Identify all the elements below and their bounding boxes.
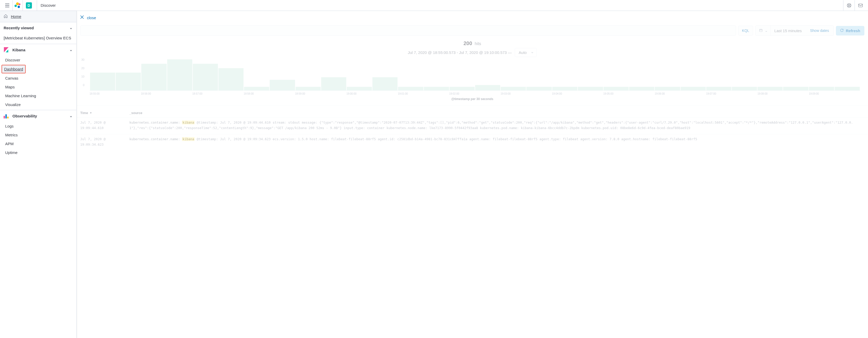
nav-section-recent[interactable]: Recently viewed ⌄ xyxy=(0,22,76,33)
table-row[interactable]: Jul 7, 2020 @ 19:09:34.623kubernetes.con… xyxy=(76,134,868,150)
cell-source: kubernetes.container.name: kibana @times… xyxy=(129,136,864,147)
refresh-icon xyxy=(840,29,844,33)
time-range-value: Jul 7, 2020 @ 18:55:00.573 - Jul 7, 2020… xyxy=(408,50,512,55)
cell-time: Jul 7, 2020 @ 19:09:34.623 xyxy=(80,136,129,147)
chart-bar[interactable] xyxy=(321,77,346,90)
nav-home-label: Home xyxy=(11,14,21,19)
chart-bar[interactable] xyxy=(655,87,680,90)
search-input[interactable] xyxy=(80,25,736,36)
chart-bar[interactable] xyxy=(90,73,115,90)
chart-bar[interactable] xyxy=(244,87,269,90)
column-header-time[interactable]: Time ▼ xyxy=(80,111,129,115)
chart-bar[interactable] xyxy=(835,87,860,90)
chart-bar[interactable] xyxy=(116,73,141,90)
app-badge: D xyxy=(26,2,32,8)
newsfeed-icon[interactable] xyxy=(855,0,866,11)
chart-bar[interactable] xyxy=(218,68,244,90)
nav-home[interactable]: Home xyxy=(0,11,76,22)
chevron-down-icon: ⌄ xyxy=(69,114,73,118)
refresh-button[interactable]: Refresh xyxy=(836,26,864,35)
recent-item-metricbeat-k8s[interactable]: [Metricbeat Kubernetes] Overview ECS xyxy=(0,33,76,43)
chevron-down-icon: ⌄ xyxy=(69,25,73,30)
elastic-logo[interactable] xyxy=(12,0,23,11)
close-drawer-icon[interactable] xyxy=(80,15,84,20)
chart-bar[interactable] xyxy=(450,87,475,90)
nav-item-apm[interactable]: APM xyxy=(2,139,75,148)
cell-source: kubernetes.container.name: kibana @times… xyxy=(129,120,864,131)
chart-bar[interactable] xyxy=(398,87,423,90)
chart-bar[interactable] xyxy=(526,87,552,90)
chart-bar[interactable] xyxy=(757,87,783,90)
app-name: Discover xyxy=(37,3,59,7)
help-icon[interactable] xyxy=(843,0,855,11)
chart-bar[interactable] xyxy=(552,87,577,90)
nav-section-kibana[interactable]: Kibana ⌄ xyxy=(0,44,76,55)
chart-bar[interactable] xyxy=(732,87,757,90)
cell-time: Jul 7, 2020 @ 19:09:44.610 xyxy=(80,120,129,131)
nav-item-uptime[interactable]: Uptime xyxy=(2,148,75,157)
chart-bar[interactable] xyxy=(706,87,731,90)
svg-rect-2 xyxy=(859,4,862,7)
query-bar: KQL ⌄ Last 15 minutes Show dates Refresh xyxy=(76,24,868,38)
hits-count: 200 xyxy=(464,40,472,46)
chart-bar[interactable] xyxy=(424,87,449,90)
show-dates-link[interactable]: Show dates xyxy=(806,29,833,33)
table-row[interactable]: Jul 7, 2020 @ 19:09:44.610kubernetes.con… xyxy=(76,117,868,134)
chart-bar[interactable] xyxy=(603,87,629,90)
svg-rect-3 xyxy=(760,29,763,31)
menu-hamburger-button[interactable] xyxy=(2,0,12,11)
chart-bar[interactable] xyxy=(193,64,218,90)
highlight-dashboard: Dashboard xyxy=(2,65,26,73)
nav-item-metrics[interactable]: Metrics xyxy=(2,131,75,139)
time-range-text: Last 15 minutes xyxy=(772,29,805,33)
hits-label: hits xyxy=(475,41,481,46)
close-drawer-link[interactable]: close xyxy=(87,16,96,20)
chart-bar[interactable] xyxy=(783,87,808,90)
time-picker[interactable]: ⌄ Last 15 minutes Show dates xyxy=(755,25,834,36)
chevron-down-icon: ⌄ xyxy=(765,29,768,33)
nav-item-ml[interactable]: Machine Learning xyxy=(2,91,75,100)
nav-sidebar: Home Recently viewed ⌄ [Metricbeat Kuber… xyxy=(0,11,76,338)
nav-item-logs[interactable]: Logs xyxy=(2,122,75,131)
chart-xlabel: @timestamp per 30 seconds xyxy=(84,97,860,101)
top-header: D Discover xyxy=(0,0,868,11)
chart-bar[interactable] xyxy=(809,87,834,90)
chart-bars xyxy=(90,60,860,91)
x-axis: 18:55:0018:56:0018:57:0018:58:0018:59:00… xyxy=(90,92,860,95)
chevron-down-icon: ⌄ xyxy=(69,48,73,52)
chart-bar[interactable] xyxy=(578,87,603,90)
svg-point-1 xyxy=(848,5,850,6)
kibana-logo-icon xyxy=(4,47,9,52)
chart-bar[interactable] xyxy=(475,85,500,90)
column-header-source[interactable]: _source xyxy=(129,111,864,115)
nav-item-maps[interactable]: Maps xyxy=(2,83,75,91)
nav-section-observability[interactable]: Observability ⌄ xyxy=(0,110,76,121)
chart-bar[interactable] xyxy=(167,59,192,90)
doc-table-header: Time ▼ _source xyxy=(76,106,868,117)
main-content: close KQL ⌄ Last 15 minutes Show dates R… xyxy=(76,11,868,338)
observability-logo-icon xyxy=(4,113,9,118)
chart-bar[interactable] xyxy=(681,87,706,90)
sort-down-icon: ▼ xyxy=(90,111,92,114)
chart-bar[interactable] xyxy=(141,64,166,90)
y-axis: 3020100 xyxy=(81,58,84,87)
calendar-icon xyxy=(759,29,763,33)
nav-item-discover[interactable]: Discover xyxy=(2,56,75,64)
home-icon xyxy=(4,14,8,19)
chart-bar[interactable] xyxy=(629,87,654,90)
histogram-chart[interactable]: 3020100 18:55:0018:56:0018:57:0018:58:00… xyxy=(76,57,868,101)
hits-summary: 200 hits xyxy=(76,40,868,47)
time-range-row: Jul 7, 2020 @ 18:55:00.573 - Jul 7, 2020… xyxy=(76,48,868,57)
chart-bar[interactable] xyxy=(501,87,526,90)
interval-select[interactable]: Auto xyxy=(515,48,537,57)
chart-bar[interactable] xyxy=(270,80,295,90)
chart-bar[interactable] xyxy=(372,77,398,90)
chart-bar[interactable] xyxy=(347,87,372,90)
kql-toggle[interactable]: KQL xyxy=(738,26,753,35)
nav-item-canvas[interactable]: Canvas xyxy=(2,74,75,82)
chart-bar[interactable] xyxy=(296,87,321,90)
nav-item-visualize[interactable]: Visualize xyxy=(2,100,75,109)
nav-item-dashboard[interactable]: Dashboard xyxy=(2,65,25,73)
